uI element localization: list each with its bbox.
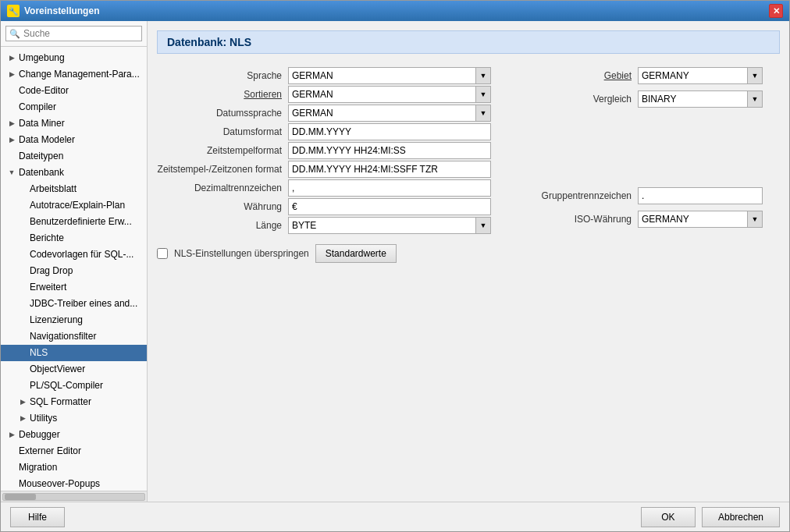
title-bar-left: 🔧 Voreinstellungen — [7, 5, 99, 17]
sprache-select[interactable]: GERMAN AMERICAN FRENCH — [288, 67, 491, 84]
zeitstempel-zeitzone-label: Zeitstempel-/Zeitzonen format — [157, 164, 282, 175]
gruppentrennzeichen-input[interactable] — [638, 187, 763, 204]
sortieren-row: Sortieren GERMAN AMERICAN FRENCH ▼ — [157, 85, 491, 104]
waehrung-label: Währung — [157, 201, 282, 212]
tree-item-mouseover-popups[interactable]: Mouseover-Popups — [1, 476, 147, 491]
window-icon: 🔧 — [7, 5, 20, 17]
tree-item-nls[interactable]: NLS — [1, 345, 147, 361]
close-button[interactable]: ✕ — [769, 4, 783, 18]
scroll-track[interactable] — [2, 493, 145, 501]
expander-data-miner: ▶ — [7, 119, 16, 129]
tree-area[interactable]: ▶Umgebung▶Change Management-Para...Code-… — [1, 47, 147, 491]
expander-datenbank: ▼ — [7, 168, 16, 178]
expander-compiler — [7, 103, 16, 112]
sortieren-label: Sortieren — [157, 89, 282, 100]
panel-title: Datenbank: NLS — [157, 30, 780, 54]
standardwerte-button[interactable]: Standardwerte — [315, 244, 397, 263]
datumssprache-label: Datumssprache — [157, 108, 282, 119]
tree-label-dateitypen: Dateitypen — [19, 150, 63, 163]
expander-umgebung: ▶ — [7, 54, 16, 63]
tree-item-erweitert[interactable]: Erweitert — [1, 279, 147, 296]
dezimaltrennzeichen-row: Dezimaltrennzeichen — [157, 179, 491, 197]
expander-jdbc-treiber — [18, 300, 27, 309]
zeitstempel-zeitzone-input[interactable] — [288, 161, 491, 178]
search-input[interactable] — [23, 28, 138, 39]
tree-label-benutzerdefinierte: Benutzerdefinierte Erw... — [30, 215, 132, 229]
tree-item-datenbank[interactable]: ▼Datenbank — [1, 165, 147, 181]
expander-plsql-compiler — [18, 381, 27, 391]
bottom-right: OK Abbrechen — [641, 507, 780, 527]
datumssprache-select[interactable]: GERMAN AMERICAN FRENCH — [288, 105, 491, 122]
scroll-thumb[interactable] — [5, 494, 36, 500]
bottom-bar: Hilfe OK Abbrechen — [1, 502, 789, 531]
tree-label-mouseover-popups: Mouseover-Popups — [19, 477, 100, 491]
abbrechen-button[interactable]: Abbrechen — [702, 507, 780, 527]
tree-item-migration[interactable]: Migration — [1, 459, 147, 476]
tree-label-debugger: Debugger — [19, 428, 60, 442]
tree-label-data-modeler: Data Modeler — [19, 133, 75, 147]
laenge-select[interactable]: BYTE CHAR — [288, 217, 491, 234]
tree-label-autotrace: Autotrace/Explain-Plan — [30, 199, 125, 212]
tree-item-navigationsfilter[interactable]: Navigationsfilter — [1, 328, 147, 345]
tree-item-berichte[interactable]: Berichte — [1, 230, 147, 246]
tree-label-migration: Migration — [19, 461, 57, 474]
tree-label-umgebung: Umgebung — [19, 51, 65, 65]
waehrung-input[interactable] — [288, 198, 491, 215]
sortieren-select[interactable]: GERMAN AMERICAN FRENCH — [288, 86, 491, 103]
dezimaltrennzeichen-input[interactable] — [288, 179, 491, 197]
tree-item-utilitys[interactable]: ▶Utilitys — [1, 410, 147, 427]
tree-item-externer-editor[interactable]: Externer Editor — [1, 443, 147, 459]
gebiet-label: Gebiet — [522, 70, 632, 81]
tree-item-compiler[interactable]: Compiler — [1, 99, 147, 115]
tree-item-benutzerdefinierte[interactable]: Benutzerdefinierte Erw... — [1, 214, 147, 230]
tree-label-change-mgmt: Change Management-Para... — [19, 68, 140, 81]
zeitstempel-zeitzone-row: Zeitstempel-/Zeitzonen format — [157, 160, 491, 179]
search-box: 🔍 — [1, 21, 147, 47]
datumssprache-select-wrap: GERMAN AMERICAN FRENCH ▼ — [288, 105, 491, 122]
tree-item-dateitypen[interactable]: Dateitypen — [1, 148, 147, 165]
tree-item-jdbc-treiber[interactable]: JDBC-Treiber eines and... — [1, 296, 147, 312]
tree-item-sql-formatter[interactable]: ▶SQL Formatter — [1, 394, 147, 410]
horizontal-scrollbar[interactable] — [1, 491, 147, 502]
sprache-row: Sprache GERMAN AMERICAN FRENCH ▼ — [157, 66, 491, 85]
tree-item-objectviewer[interactable]: ObjectViewer — [1, 361, 147, 378]
right-panel: Datenbank: NLS Sprache GERMAN AMERICAN F… — [148, 21, 789, 502]
sprache-label: Sprache — [157, 70, 282, 81]
iso-waehrung-select[interactable]: GERMANY AMERICA FRANCE — [638, 211, 763, 228]
sprache-select-wrap: GERMAN AMERICAN FRENCH ▼ — [288, 67, 491, 84]
zeitstempelformat-input[interactable] — [288, 142, 491, 159]
tree-item-data-modeler[interactable]: ▶Data Modeler — [1, 132, 147, 148]
left-form-col: Sprache GERMAN AMERICAN FRENCH ▼ Sortier… — [157, 66, 491, 263]
expander-objectviewer — [18, 365, 27, 374]
hilfe-button[interactable]: Hilfe — [10, 507, 65, 527]
form-container: Sprache GERMAN AMERICAN FRENCH ▼ Sortier… — [157, 66, 780, 263]
tree-label-data-miner: Data Miner — [19, 117, 65, 130]
tree-item-change-mgmt[interactable]: ▶Change Management-Para... — [1, 66, 147, 83]
tree-item-data-miner[interactable]: ▶Data Miner — [1, 115, 147, 132]
tree-item-debugger[interactable]: ▶Debugger — [1, 427, 147, 443]
datumsformat-input[interactable] — [288, 123, 491, 140]
nls-checkbox[interactable] — [157, 248, 168, 259]
vergleich-select[interactable]: BINARY LINGUISTIC ANSI — [638, 90, 763, 108]
tree-item-drag-drop[interactable]: Drag Drop — [1, 263, 147, 279]
expander-benutzerdefinierte — [18, 218, 27, 227]
tree-label-navigationsfilter: Navigationsfilter — [30, 330, 96, 343]
tree-label-nls: NLS — [30, 346, 48, 360]
iso-waehrung-label: ISO-Währung — [522, 214, 632, 225]
search-icon: 🔍 — [9, 29, 20, 39]
tree-label-objectviewer: ObjectViewer — [30, 363, 85, 376]
tree-item-plsql-compiler[interactable]: PL/SQL-Compiler — [1, 378, 147, 394]
bottom-left: Hilfe — [10, 507, 65, 527]
datumssprache-row: Datumssprache GERMAN AMERICAN FRENCH ▼ — [157, 104, 491, 122]
ok-button[interactable]: OK — [641, 507, 696, 527]
tree-item-codevorlagen[interactable]: Codevorlagen für SQL-... — [1, 246, 147, 263]
tree-item-umgebung[interactable]: ▶Umgebung — [1, 50, 147, 66]
expander-debugger: ▶ — [7, 431, 16, 440]
tree-item-lizenzierung[interactable]: Lizenzierung — [1, 312, 147, 328]
tree-item-arbeitsblatt[interactable]: Arbeitsblatt — [1, 181, 147, 197]
tree-item-autotrace[interactable]: Autotrace/Explain-Plan — [1, 197, 147, 214]
gebiet-select[interactable]: GERMANY AMERICA FRANCE — [638, 67, 763, 84]
expander-berichte — [18, 234, 27, 243]
tree-label-drag-drop: Drag Drop — [30, 264, 73, 278]
tree-item-code-editor[interactable]: Code-Editor — [1, 83, 147, 99]
